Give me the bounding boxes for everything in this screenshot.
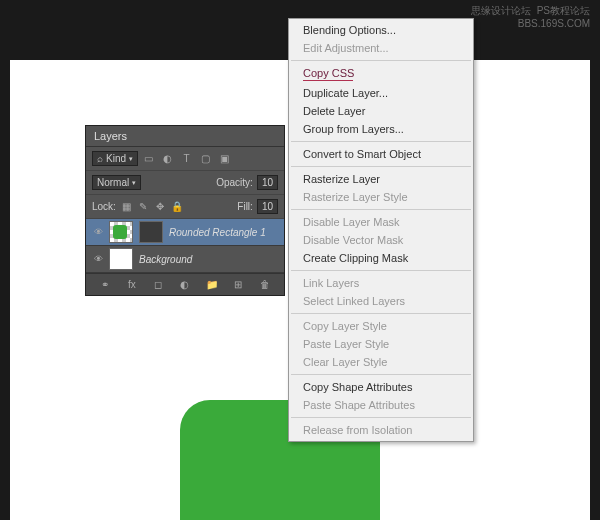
menu-item-select-linked-layers: Select Linked Layers	[289, 292, 473, 310]
panel-footer: ⚭ fx ◻ ◐ 📁 ⊞ 🗑	[86, 273, 284, 295]
new-layer-icon[interactable]: ⊞	[232, 278, 245, 291]
lock-all-icon[interactable]: 🔒	[171, 200, 184, 213]
opacity-label: Opacity:	[216, 177, 253, 188]
menu-separator	[291, 209, 471, 210]
lock-transparency-icon[interactable]: ▦	[120, 200, 133, 213]
layer-context-menu: Blending Options...Edit Adjustment...Cop…	[288, 18, 474, 442]
visibility-toggle[interactable]: 👁	[90, 254, 106, 264]
filter-smart-icon[interactable]: ▣	[218, 152, 231, 165]
vector-mask-thumbnail[interactable]	[139, 221, 163, 243]
menu-item-convert-to-smart-object[interactable]: Convert to Smart Object	[289, 145, 473, 163]
menu-item-copy-shape-attributes[interactable]: Copy Shape Attributes	[289, 378, 473, 396]
filter-pixel-icon[interactable]: ▭	[142, 152, 155, 165]
blend-mode-dropdown[interactable]: Normal ▾	[92, 175, 141, 190]
menu-separator	[291, 166, 471, 167]
lock-label: Lock:	[92, 201, 116, 212]
menu-separator	[291, 374, 471, 375]
delete-layer-icon[interactable]: 🗑	[258, 278, 271, 291]
kind-filter-dropdown[interactable]: ⌕ Kind ▾	[92, 151, 138, 166]
menu-item-copy-layer-style: Copy Layer Style	[289, 317, 473, 335]
layer-name[interactable]: Rounded Rectangle 1	[166, 227, 266, 238]
search-icon: ⌕	[97, 153, 103, 164]
menu-separator	[291, 141, 471, 142]
menu-item-disable-vector-mask: Disable Vector Mask	[289, 231, 473, 249]
layers-panel: Layers ⌕ Kind ▾ ▭ ◐ T ▢ ▣ Normal ▾ Opaci…	[85, 125, 285, 296]
opacity-input[interactable]: 10	[257, 175, 278, 190]
new-group-icon[interactable]: 📁	[205, 278, 218, 291]
layer-fx-icon[interactable]: fx	[125, 278, 138, 291]
visibility-toggle[interactable]: 👁	[90, 227, 106, 237]
link-layers-icon[interactable]: ⚭	[99, 278, 112, 291]
layers-tab[interactable]: Layers	[86, 126, 284, 147]
filter-row: ⌕ Kind ▾ ▭ ◐ T ▢ ▣	[86, 147, 284, 171]
filter-type-icon[interactable]: T	[180, 152, 193, 165]
menu-item-group-from-layers[interactable]: Group from Layers...	[289, 120, 473, 138]
menu-item-blending-options[interactable]: Blending Options...	[289, 21, 473, 39]
layer-row-rounded-rectangle[interactable]: 👁 Rounded Rectangle 1	[86, 219, 284, 246]
chevron-down-icon: ▾	[129, 155, 133, 163]
menu-item-rasterize-layer[interactable]: Rasterize Layer	[289, 170, 473, 188]
menu-item-paste-shape-attributes: Paste Shape Attributes	[289, 396, 473, 414]
chevron-down-icon: ▾	[132, 179, 136, 187]
fill-label: Fill:	[237, 201, 253, 212]
filter-adjustment-icon[interactable]: ◐	[161, 152, 174, 165]
menu-item-link-layers: Link Layers	[289, 274, 473, 292]
menu-separator	[291, 313, 471, 314]
lock-pixels-icon[interactable]: ✎	[137, 200, 150, 213]
add-mask-icon[interactable]: ◻	[152, 278, 165, 291]
layer-row-background[interactable]: 👁 Background	[86, 246, 284, 273]
blend-opacity-row: Normal ▾ Opacity: 10	[86, 171, 284, 195]
menu-item-duplicate-layer[interactable]: Duplicate Layer...	[289, 84, 473, 102]
menu-item-paste-layer-style: Paste Layer Style	[289, 335, 473, 353]
menu-separator	[291, 60, 471, 61]
layer-name[interactable]: Background	[136, 254, 192, 265]
menu-item-rasterize-layer-style: Rasterize Layer Style	[289, 188, 473, 206]
filter-shape-icon[interactable]: ▢	[199, 152, 212, 165]
menu-separator	[291, 417, 471, 418]
watermark: 思缘设计论坛 PS教程论坛 BBS.169S.COM	[471, 4, 590, 30]
menu-item-edit-adjustment: Edit Adjustment...	[289, 39, 473, 57]
menu-item-release-from-isolation: Release from Isolation	[289, 421, 473, 439]
layer-thumbnail[interactable]	[109, 248, 133, 270]
menu-separator	[291, 270, 471, 271]
layer-thumbnail[interactable]	[109, 221, 133, 243]
menu-item-disable-layer-mask: Disable Layer Mask	[289, 213, 473, 231]
menu-item-copy-css[interactable]: Copy CSS	[289, 64, 473, 84]
lock-position-icon[interactable]: ✥	[154, 200, 167, 213]
menu-item-delete-layer[interactable]: Delete Layer	[289, 102, 473, 120]
menu-item-create-clipping-mask[interactable]: Create Clipping Mask	[289, 249, 473, 267]
adjustment-layer-icon[interactable]: ◐	[178, 278, 191, 291]
fill-input[interactable]: 10	[257, 199, 278, 214]
lock-fill-row: Lock: ▦ ✎ ✥ 🔒 Fill: 10	[86, 195, 284, 219]
menu-item-clear-layer-style: Clear Layer Style	[289, 353, 473, 371]
